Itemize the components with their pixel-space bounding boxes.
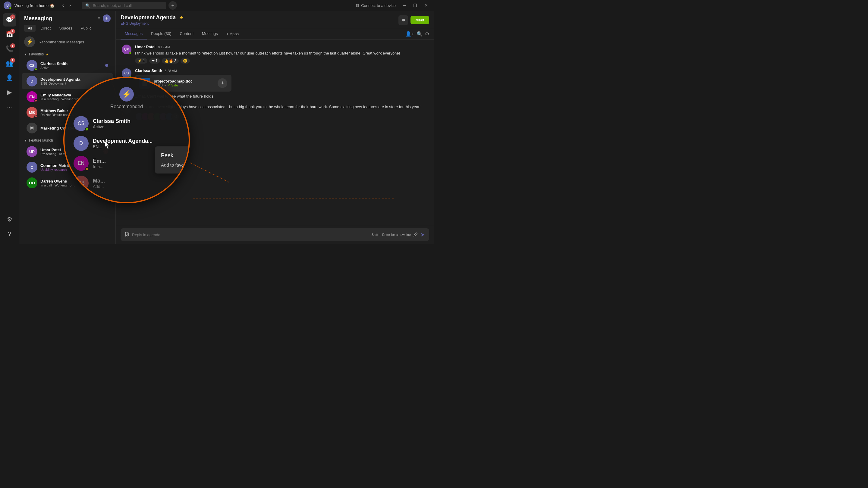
enter-label: Enter for a new line	[382, 233, 411, 236]
common-info: Common Metrics Usability research	[40, 163, 108, 171]
send-button[interactable]: ➤	[421, 231, 425, 238]
clarissa-msg-time: 8:28 AM	[164, 69, 177, 73]
emily-info: Emily Nakagawa In a meeting · Working fr…	[40, 93, 108, 101]
messages-body: UP Umar Patel 8:12 AM I think we should …	[116, 40, 434, 225]
dev-agenda-name: Development Agenda	[40, 77, 108, 82]
panel-title: Messaging	[24, 15, 52, 22]
people-badge: 1	[10, 58, 15, 63]
help-icon: ?	[8, 230, 11, 237]
restore-button[interactable]: ❐	[411, 2, 420, 9]
umar-msg-status	[129, 52, 131, 54]
nav-back-button[interactable]: ‹	[61, 2, 66, 9]
umar-avatar: UP	[27, 146, 37, 157]
sidebar-item-activity[interactable]: ▶	[3, 86, 16, 99]
conv-item-umar[interactable]: UP Umar Patel Presenting · At the… 1	[22, 144, 113, 159]
reaction-lightning[interactable]: ⚡ 1	[135, 58, 147, 64]
clarissa-msg-text: ...that. Can't wait to see what the futu…	[135, 93, 428, 99]
conv-item-clarissa[interactable]: CS Clarissa Smith Active	[22, 58, 113, 73]
titlebar: U Working from home 🏠 ‹ › 🔍 + 🖥 Connect …	[0, 0, 434, 11]
avatar-initials: U	[6, 4, 9, 7]
search-chat-icon[interactable]: 🔍	[416, 31, 423, 37]
filter-icon-button[interactable]: ≡	[98, 14, 100, 22]
sidebar-item-settings[interactable]: ⚙	[3, 213, 16, 226]
filter-spaces-tab[interactable]: Spaces	[56, 25, 76, 32]
emily-sub: In a meeting · Working from home	[40, 97, 108, 101]
reaction-smile[interactable]: 😊	[181, 58, 190, 64]
search-input[interactable]	[93, 3, 162, 8]
clarissa-msg-status	[129, 76, 131, 78]
feature-launch-section-header[interactable]: ▼ Feature launch	[19, 136, 116, 144]
conv-item-darren[interactable]: DO Darren Owens In a call · Working fro…	[22, 175, 113, 191]
safe-badge: ✓ Safe	[167, 84, 178, 87]
matthew-avatar: MB	[27, 107, 37, 118]
input-actions: 🖊	[413, 232, 418, 237]
umar-msg-text: I think we should all take a moment to r…	[135, 50, 428, 56]
reaction-avatar-overflow: +2	[171, 112, 180, 121]
umar-badge: 1	[103, 149, 108, 154]
conv-item-common[interactable]: C Common Metrics Usability research	[22, 159, 113, 175]
new-message-button[interactable]: +	[103, 14, 111, 22]
nav-forward-button[interactable]: ›	[67, 2, 73, 9]
chat-tabs: Messages People (30) Content Meetings + …	[116, 28, 434, 40]
chat-badge: 5	[10, 14, 15, 19]
chat-header: Development Agenda ★ ENG Deployment ⏺ Me…	[116, 11, 434, 28]
meet-button[interactable]: Meet	[410, 16, 429, 24]
download-button[interactable]: ⬇	[218, 78, 227, 88]
reaction-thumbs-fire[interactable]: 👍🔥 3	[162, 58, 179, 64]
new-chat-button[interactable]: +	[168, 1, 177, 10]
recommended-label: Recommended Messages	[38, 40, 84, 44]
sidebar-item-more[interactable]: ···	[3, 100, 16, 113]
sidebar-item-people[interactable]: 👥 1	[3, 57, 16, 70]
conv-item-dev-agenda[interactable]: D Development Agenda ENG Deployment	[22, 73, 113, 89]
titlebar-right: 🖥 Connect to a device ─ ❐ ✕	[355, 2, 430, 9]
conv-item-emily[interactable]: EN Emily Nakagawa In a meeting · Working…	[22, 89, 113, 104]
dev-agenda-avatar: D	[27, 76, 37, 87]
file-name: project-roadmap.doc	[154, 79, 214, 84]
conv-item-marketing[interactable]: M Marketing Collateral	[22, 120, 113, 136]
call-badge: 1	[10, 43, 15, 48]
activity-icon: ▶	[7, 89, 12, 96]
chat-header-right: ⏺ Meet	[398, 15, 429, 25]
sidebar-item-chat[interactable]: 💬 5	[3, 13, 16, 27]
clarissa-status-dot	[34, 68, 37, 71]
marketing-info: Marketing Collateral	[40, 126, 108, 130]
add-member-icon[interactable]: 👤+	[405, 31, 414, 37]
message-input[interactable]	[132, 233, 369, 237]
umar-msg-avatar: UP	[122, 44, 131, 54]
conversation-list: ⚡ Recommended Messages ▼ Favorites ★ CS …	[19, 34, 116, 244]
sidebar-item-contacts[interactable]: 👤	[3, 71, 16, 84]
connect-device-button[interactable]: 🖥 Connect to a device	[355, 3, 396, 8]
sidebar-item-help[interactable]: ?	[3, 227, 16, 240]
unknown-msg-content: ...rules, and even slight delays have co…	[135, 104, 428, 121]
filter-public-tab[interactable]: Public	[77, 25, 95, 32]
favorites-section-header[interactable]: ▼ Favorites ★	[19, 50, 116, 58]
recommended-icon: ⚡	[24, 36, 35, 47]
chat-title-block: Development Agenda ★ ENG Deployment	[121, 14, 184, 26]
minimize-button[interactable]: ─	[401, 2, 408, 9]
plus-icon: +	[226, 32, 229, 36]
conv-item-matthew[interactable]: MB Matthew Baker Do Not Disturb until 16…	[22, 104, 113, 120]
search-bar: 🔍	[82, 2, 166, 9]
sidebar-item-calendar[interactable]: 📅 1	[3, 28, 16, 41]
tab-meetings[interactable]: Meetings	[198, 28, 222, 39]
user-avatar[interactable]: U	[4, 1, 11, 9]
tab-content[interactable]: Content	[176, 28, 198, 39]
chat-settings-icon[interactable]: ⚙	[425, 31, 429, 37]
close-button[interactable]: ✕	[422, 2, 430, 9]
record-button[interactable]: ⏺	[398, 15, 408, 25]
sidebar-item-calls[interactable]: 📞 1	[3, 42, 16, 56]
app-title: Working from home 🏠	[14, 3, 55, 8]
reaction-heart[interactable]: ❤ 1	[149, 58, 160, 64]
tab-apps[interactable]: + Apps	[222, 29, 243, 39]
filter-all-tab[interactable]: All	[24, 25, 36, 32]
recommended-messages-item[interactable]: ⚡ Recommended Messages	[19, 34, 116, 50]
add-content-button[interactable]: 🖼	[125, 232, 130, 237]
window-controls: ─ ❐ ✕	[401, 2, 430, 9]
tab-people[interactable]: People (30)	[147, 28, 176, 39]
format-button[interactable]: 🖊	[413, 232, 418, 237]
message-row-unknown: X ...rules, and even slight delays have …	[122, 104, 428, 121]
umar-msg-header: Umar Patel 8:12 AM	[135, 44, 428, 49]
darren-name: Darren Owens	[40, 179, 108, 184]
filter-direct-tab[interactable]: Direct	[37, 25, 54, 32]
tab-messages[interactable]: Messages	[121, 28, 147, 39]
